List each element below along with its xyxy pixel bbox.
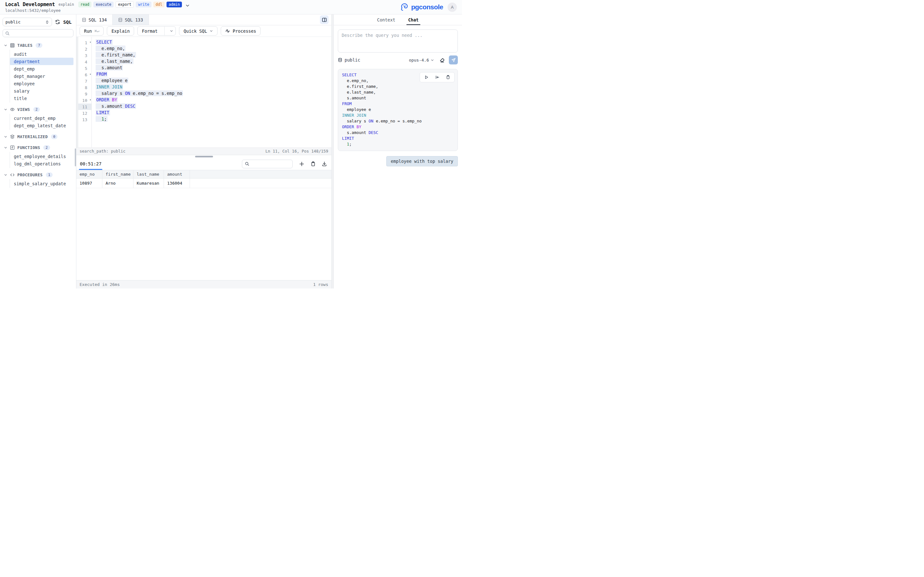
function-icon (10, 145, 15, 150)
cell-first_name: Arno (102, 179, 134, 188)
assistant-code-line-6: FROM (342, 101, 454, 107)
sidebar-item-dept_manager[interactable]: dept_manager (10, 73, 73, 80)
chat-input[interactable] (338, 29, 458, 53)
assistant-code-line-9: salary s ON e.emp_no = s.emp_no (342, 119, 454, 124)
refresh-icon[interactable] (55, 19, 60, 25)
column-header-last_name[interactable]: last_name (134, 170, 164, 178)
run-button[interactable]: Run ⌘↵ (79, 26, 103, 35)
editor-line-5[interactable]: s.amount (95, 65, 331, 71)
results-search[interactable] (242, 160, 292, 168)
panel-resize-gutter[interactable] (331, 15, 334, 288)
editor-line-7[interactable]: employee e (95, 78, 331, 84)
explain-button[interactable]: Explain (107, 26, 134, 35)
chevron-down-icon[interactable] (186, 3, 190, 8)
editor-line-6[interactable]: FROM (95, 71, 331, 78)
sql-editor[interactable]: 1▾23456▾78910▾111213 SELECT e.emp_no, e.… (76, 37, 331, 147)
editor-tab-sql-134[interactable]: SQL 134 (76, 15, 113, 25)
sidebar-resize-handle[interactable] (75, 148, 76, 166)
fold-marker-icon[interactable]: ▾ (89, 41, 91, 44)
explain-label: Explain (111, 29, 129, 34)
cursor-position-status: Ln 11, Col 16, Pos 148/159 (265, 149, 328, 153)
column-header-emp_no[interactable]: emp_no (76, 170, 102, 178)
avatar[interactable]: A (447, 3, 457, 12)
processes-button[interactable]: Processes (221, 26, 260, 35)
line-number-1: 1▾ (78, 39, 91, 46)
sidebar-item-current_dept_emp[interactable]: current_dept_emp (10, 114, 73, 122)
copy-code-icon[interactable] (446, 75, 450, 79)
table-row[interactable]: 10897ArnoKumaresan136004 (76, 179, 331, 188)
editor-line-10[interactable]: ORDER BY (95, 97, 331, 103)
send-button[interactable] (449, 55, 458, 64)
sidebar-section-header-views[interactable]: VIEWS2 (0, 105, 76, 113)
sidebar-item-employee[interactable]: employee (10, 80, 73, 87)
sidebar-search[interactable] (3, 29, 73, 37)
sidebar-item-audit[interactable]: audit (10, 50, 73, 58)
assistant-code-line-10: ORDER BY (342, 124, 454, 130)
sidebar-section-header-materialized[interactable]: MATERIALIZED0 (0, 132, 76, 141)
sidebar-section-header-tables[interactable]: TABLES7 (0, 41, 76, 49)
editor-tab-sql-133[interactable]: SQL 133 (113, 15, 149, 25)
editor-line-1[interactable]: SELECT (95, 39, 331, 46)
editor-line-4[interactable]: e.last_name, (95, 59, 331, 65)
results-table: emp_nofirst_namelast_nameamount 10897Arn… (76, 170, 331, 280)
download-results-icon[interactable] (322, 161, 327, 166)
results-search-input[interactable] (251, 161, 290, 166)
split-panel-button[interactable] (320, 15, 328, 24)
sidebar-item-salary[interactable]: salary (10, 87, 73, 95)
layers-icon (10, 134, 15, 139)
search-icon (5, 31, 10, 35)
format-dropdown-chevron-icon[interactable] (167, 27, 176, 35)
sidebar-item-log_dml_operations[interactable]: log_dml_operations (10, 160, 73, 167)
line-number-4: 4 (78, 59, 91, 65)
sidebar-search-input[interactable] (11, 31, 71, 35)
assistant-tab-context[interactable]: Context (376, 15, 396, 25)
sidebar-item-title[interactable]: title (10, 95, 73, 102)
sidebar-item-dept_emp[interactable]: dept_emp (10, 65, 73, 73)
schema-sidebar: public SQL TABLES (0, 15, 76, 288)
assistant-code-line-8: INNER JOIN (342, 113, 454, 119)
schema-select[interactable]: public (3, 18, 52, 26)
editor-gutter: 1▾23456▾78910▾111213 (78, 37, 92, 147)
fold-marker-icon[interactable]: ▾ (89, 98, 91, 101)
editor-line-8[interactable]: INNER JOIN (95, 84, 331, 91)
fold-marker-icon[interactable]: ▾ (89, 73, 91, 76)
quick-sql-button[interactable]: Quick SQL (179, 26, 218, 35)
search-icon (245, 161, 249, 166)
column-header-amount[interactable]: amount (164, 170, 190, 178)
model-chevron-icon (431, 58, 434, 62)
editor-line-13[interactable]: 1; (95, 116, 331, 123)
results-toolbar: 00:51:27 (76, 158, 331, 170)
column-header-first_name[interactable]: first_name (102, 170, 134, 178)
editor-code[interactable]: SELECT e.emp_no, e.first_name, e.last_na… (92, 37, 331, 147)
sidebar-item-department[interactable]: department (10, 58, 73, 65)
results-timer-tab[interactable]: 00:51:27 (79, 158, 102, 170)
editor-line-9[interactable]: salary s ON e.emp_no = s.emp_no (95, 91, 331, 97)
line-number-10: 10▾ (78, 97, 91, 103)
chat-schema-context[interactable]: public (338, 57, 360, 63)
sql-mode-label[interactable]: SQL (63, 19, 71, 25)
sidebar-section-header-functions[interactable]: FUNCTIONS2 (0, 143, 76, 152)
sidebar-item-get_employee_details[interactable]: get_employee_details (10, 153, 73, 160)
editor-tabbar: SQL 134SQL 133 (76, 15, 331, 25)
permission-badge-explain: explain (58, 2, 76, 7)
editor-line-2[interactable]: e.emp_no, (95, 46, 331, 52)
format-button[interactable]: Format (137, 26, 176, 35)
sidebar-item-dept_emp_latest_date[interactable]: dept_emp_latest_date (10, 122, 73, 129)
run-code-icon[interactable] (424, 75, 429, 79)
results-divider-handle[interactable] (195, 156, 213, 157)
assistant-tab-chat[interactable]: Chat (407, 15, 419, 25)
editor-line-3[interactable]: e.first_name, (95, 52, 331, 59)
copy-results-icon[interactable] (310, 161, 316, 166)
insert-into-editor-icon[interactable] (435, 75, 439, 79)
editor-line-12[interactable]: LIMIT (95, 110, 331, 116)
quick-sql-chevron-icon (210, 29, 213, 33)
editor-line-11[interactable]: s.amount DESC (95, 103, 331, 110)
clear-chat-icon[interactable] (439, 57, 445, 63)
add-tab-icon[interactable] (299, 161, 304, 167)
assistant-code-line-4: e.last_name, (342, 90, 454, 95)
sidebar-section-header-procedures[interactable]: PROCEDURES1 (0, 171, 76, 179)
sidebar-item-simple_salary_update[interactable]: simple_salary_update (10, 180, 73, 187)
model-select[interactable]: opus-4.6 (409, 58, 434, 63)
assistant-code-line-12: LIMIT (342, 136, 454, 142)
section-count-badge: 0 (51, 134, 58, 139)
